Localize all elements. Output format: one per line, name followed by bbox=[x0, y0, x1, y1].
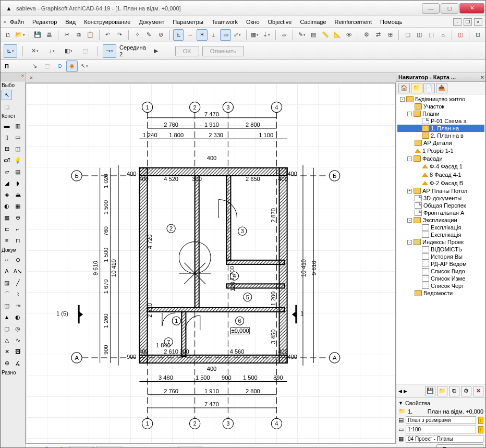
tree-node[interactable]: Список Изме bbox=[397, 275, 484, 282]
new-icon[interactable]: 🗋 bbox=[3, 29, 14, 41]
menu-edit[interactable]: Редактор bbox=[28, 18, 61, 26]
tree-node[interactable]: АР Детали bbox=[397, 139, 484, 147]
tree-node[interactable]: Список Видо bbox=[397, 268, 484, 275]
suspend-icon[interactable]: ⊘ bbox=[155, 29, 166, 41]
tree-toggle-icon[interactable]: - bbox=[407, 218, 412, 223]
ie-tool-icon[interactable]: ◐ bbox=[13, 312, 23, 322]
copy-icon[interactable]: ⧉ bbox=[73, 29, 84, 41]
paste-icon[interactable]: 📋 bbox=[85, 29, 96, 41]
zoom-field[interactable]: 120 % bbox=[96, 446, 122, 448]
cut-icon[interactable]: ✂ bbox=[62, 29, 72, 41]
doc-tab-close-icon[interactable]: × bbox=[28, 74, 35, 81]
drawing-canvas[interactable]: 1 2 3 4 1 2 3 4 Б bbox=[26, 83, 396, 443]
form-2-icon[interactable]: ◫ bbox=[414, 29, 425, 41]
tree-node[interactable]: ВІДОМІСТЬ bbox=[397, 246, 484, 253]
sel-mode-3-icon[interactable]: ⊙ bbox=[54, 60, 65, 72]
nav-tab-project-icon[interactable]: 🏠 bbox=[398, 83, 410, 93]
form-4-icon[interactable]: ⌂ bbox=[438, 29, 448, 41]
prop-model-input[interactable] bbox=[406, 435, 483, 443]
menu-window[interactable]: Окно bbox=[242, 18, 264, 26]
zoom-page-icon[interactable]: ▭ bbox=[151, 444, 163, 449]
grid-icon[interactable]: ▦▾ bbox=[250, 29, 261, 41]
slab-tool-icon[interactable]: ▱ bbox=[2, 166, 12, 177]
tree-node[interactable]: Список Черт bbox=[397, 282, 484, 289]
tree-node[interactable]: +АР Планы Потол bbox=[397, 187, 484, 195]
hotspot-tool-icon[interactable]: ✕ bbox=[2, 346, 12, 357]
zone-tool-icon[interactable]: ▦ bbox=[13, 201, 23, 211]
tree-toggle-icon[interactable]: - bbox=[407, 112, 412, 116]
prop-scale-input[interactable] bbox=[406, 426, 476, 433]
menu-options[interactable]: Параметры bbox=[168, 18, 208, 26]
tree-node[interactable]: История Вы bbox=[397, 253, 484, 260]
skylight-tool-icon[interactable]: ◈ bbox=[2, 189, 12, 200]
mesh-tool-icon[interactable]: ⛰ bbox=[13, 189, 23, 200]
level-tool-icon[interactable]: ⊙ bbox=[13, 255, 23, 265]
tree-node[interactable]: -Фасади bbox=[397, 155, 484, 162]
menu-teamwork[interactable]: Teamwork bbox=[208, 18, 242, 26]
navigator-tree[interactable]: -Будівництво житлоУчасток-ПланиР-01 Схем… bbox=[396, 94, 485, 384]
morph-tool-icon[interactable]: ◐ bbox=[2, 201, 12, 211]
curtain2-tool-icon[interactable]: ▩ bbox=[2, 212, 12, 223]
tree-node[interactable]: Участок bbox=[397, 103, 484, 110]
zoom-icon[interactable]: 🔍 bbox=[42, 444, 54, 449]
tree-node[interactable]: 2. План на в bbox=[397, 132, 484, 139]
maximize-button[interactable]: □ bbox=[441, 3, 458, 14]
window-tool-icon[interactable]: ⊞ bbox=[2, 143, 12, 154]
nav-delete-icon[interactable]: ✕ bbox=[473, 386, 483, 396]
grid-tool-icon[interactable]: ⊕ bbox=[13, 212, 23, 223]
lamp-tool-icon[interactable]: 💡 bbox=[13, 155, 23, 165]
polyline-tool-icon[interactable]: ⌇ bbox=[13, 289, 23, 299]
tool-c-icon[interactable]: ⊞ bbox=[385, 29, 396, 41]
tracker-cross-icon[interactable]: ✕▾ bbox=[28, 44, 42, 58]
drawing-tool-icon[interactable]: ◫ bbox=[2, 300, 12, 311]
menu-help[interactable]: Помощь bbox=[376, 18, 407, 26]
wand-icon[interactable]: ✧ bbox=[132, 29, 143, 41]
sel-arrow-icon[interactable]: ↖▾ bbox=[79, 60, 90, 72]
tree-node[interactable]: Ф-4 Фасад 1 bbox=[397, 162, 484, 171]
curtain-tool-icon[interactable]: ▥ bbox=[13, 120, 23, 131]
railing-tool-icon[interactable]: ≡ bbox=[2, 235, 12, 246]
profile-tool-icon[interactable]: ⊓ bbox=[13, 235, 23, 246]
mdi-restore[interactable]: ❐ bbox=[464, 18, 472, 26]
tree-toggle-icon[interactable]: - bbox=[407, 240, 412, 245]
column-tool-icon[interactable]: ▯ bbox=[2, 132, 12, 142]
tree-node[interactable]: Ф-2 Фасад В bbox=[397, 179, 484, 187]
trace-icon[interactable]: ✎▾ bbox=[296, 29, 307, 41]
print-icon[interactable]: 🖶 bbox=[44, 29, 55, 41]
ok-button[interactable]: OK bbox=[175, 46, 199, 56]
section-tool-icon[interactable]: ⇥ bbox=[13, 300, 23, 311]
cancel-button[interactable]: Отменить bbox=[202, 46, 244, 56]
spline-tool-icon[interactable]: ∿ bbox=[13, 335, 23, 345]
tracker-coord-icon[interactable]: ⊾▾ bbox=[4, 44, 17, 58]
tree-node[interactable]: Експлікація bbox=[397, 224, 484, 231]
figure-tool-icon[interactable]: 🖼 bbox=[13, 346, 23, 357]
stair-tool-icon[interactable]: ▤ bbox=[13, 166, 23, 177]
sel-mode-4-icon[interactable]: ◉ bbox=[66, 60, 78, 72]
ruler-icon[interactable]: 📐 bbox=[332, 29, 343, 41]
form-3-icon[interactable]: ⬚ bbox=[426, 29, 437, 41]
menu-document[interactable]: Документ bbox=[135, 18, 168, 26]
palette-close-icon[interactable]: × bbox=[21, 73, 24, 78]
prop-layer-input[interactable] bbox=[406, 416, 476, 424]
nav-save-view-icon[interactable]: 💾 bbox=[425, 386, 435, 396]
menu-view[interactable]: Вид bbox=[61, 18, 80, 26]
eye-icon[interactable]: 👁 bbox=[344, 29, 355, 41]
open-icon[interactable]: 📂▾ bbox=[15, 29, 26, 41]
close-button[interactable]: ✕ bbox=[459, 3, 484, 14]
wallend-tool-icon[interactable]: ⊏ bbox=[2, 224, 12, 234]
roof-tool-icon[interactable]: ◢ bbox=[2, 178, 12, 188]
guide-4-icon[interactable]: ⟂ bbox=[209, 29, 220, 41]
menu-reinforcement[interactable]: Reinforcement bbox=[331, 18, 376, 26]
nav-tab-viewmap-icon[interactable]: 📁 bbox=[411, 83, 422, 93]
undo-icon[interactable]: ↶ bbox=[103, 29, 114, 41]
tree-node[interactable]: Общая Перспек bbox=[397, 202, 484, 209]
tree-node[interactable]: Ведомости bbox=[397, 289, 484, 297]
tree-toggle-icon[interactable]: - bbox=[407, 156, 412, 161]
save-icon[interactable]: 💾 bbox=[32, 29, 43, 41]
mdi-close[interactable]: × bbox=[474, 18, 482, 26]
guide-1-icon[interactable]: ⊾ bbox=[173, 29, 184, 41]
guide-3-icon[interactable]: ✶ bbox=[197, 29, 208, 41]
menu-design[interactable]: Конструирование bbox=[80, 18, 135, 26]
tree-node[interactable]: -Плани bbox=[397, 110, 484, 117]
play-icon[interactable]: ▶ bbox=[149, 44, 163, 58]
